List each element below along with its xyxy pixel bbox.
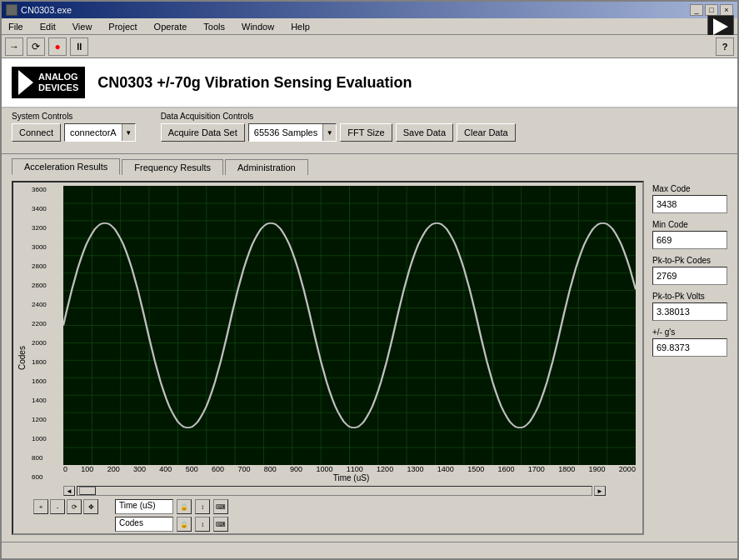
menu-edit[interactable]: Edit	[37, 21, 59, 32]
plusminus-gs-value: 69.8373	[652, 338, 727, 357]
app-icon	[6, 4, 17, 16]
connector-select[interactable]: connectorA ▼	[64, 123, 136, 142]
time-axis-format-button[interactable]: ⌨	[213, 499, 228, 514]
samples-value: 65536 Samples	[249, 127, 322, 138]
zoom-reset-button[interactable]: ⟳	[67, 499, 82, 514]
codes-axis-row: Codes 🔒 ↕ ⌨	[115, 517, 228, 532]
tab-frequency-results[interactable]: Frequency Results	[122, 159, 223, 175]
connector-value: connectorA	[65, 127, 122, 138]
scroll-left-button[interactable]: ◄	[63, 486, 75, 496]
chart-svg	[63, 186, 636, 465]
min-code-label: Min Code	[652, 220, 727, 229]
pk-pk-codes-label: Pk-to-Pk Codes	[652, 256, 727, 265]
y-tick-labels: 600 800 1000 1200 1400 1600 1800 2000 22…	[30, 182, 63, 484]
toolbar: → ⟳ ● ⏸ ?	[2, 35, 737, 58]
menu-operate[interactable]: Operate	[151, 21, 191, 32]
main-window: CN0303.exe _ □ × File Edit View Project …	[0, 0, 739, 560]
save-data-button[interactable]: Save Data	[396, 123, 453, 142]
horizontal-scrollbar[interactable]	[77, 486, 592, 496]
time-axis-scale-button[interactable]: ↕	[195, 499, 210, 514]
data-acquisition-label: Data Acquisition Controls	[161, 112, 516, 121]
main-content: Codes 600 800 1000 1200 1400 1600 1800	[2, 174, 737, 542]
chart-zoom-controls: + - ⟳ ✥	[33, 499, 98, 514]
app-title: CN0303 +/-70g Vibration Sensing Evaluati…	[97, 74, 412, 92]
samples-dropdown-arrow[interactable]: ▼	[322, 124, 336, 141]
x-axis-title: Time (uS)	[63, 473, 639, 484]
codes-axis-format-button[interactable]: ⌨	[213, 517, 228, 532]
menu-tools[interactable]: Tools	[200, 21, 228, 32]
codes-axis-scale-button[interactable]: ↕	[195, 517, 210, 532]
max-code-value: 3438	[652, 195, 727, 213]
y-axis-label: Codes	[13, 182, 30, 533]
chart-plot	[63, 186, 636, 465]
chart-container: Codes 600 800 1000 1200 1400 1600 1800	[13, 182, 642, 533]
connect-button[interactable]: Connect	[12, 123, 61, 142]
menu-file[interactable]: File	[5, 21, 27, 32]
window-title: CN0303.exe	[21, 5, 72, 15]
pk-pk-codes-value: 2769	[652, 267, 727, 285]
chart-area: Codes 600 800 1000 1200 1400 1600 1800	[12, 181, 644, 535]
logo-triangle-icon	[18, 70, 33, 95]
toolbar-refresh-button[interactable]: ⟳	[27, 38, 45, 56]
time-axis-lock-button[interactable]: 🔒	[177, 499, 192, 514]
scroll-right-button[interactable]: ►	[594, 486, 606, 496]
pk-pk-codes-group: Pk-to-Pk Codes 2769	[652, 256, 727, 285]
min-code-value: 669	[652, 231, 727, 249]
clear-data-button[interactable]: Clear Data	[457, 123, 516, 142]
menu-project[interactable]: Project	[105, 21, 140, 32]
controls-area: System Controls Connect connectorA ▼ Dat…	[2, 108, 737, 154]
time-axis-row: Time (uS) 🔒 ↕ ⌨	[115, 499, 228, 514]
menu-window[interactable]: Window	[238, 21, 277, 32]
toolbar-pause-button[interactable]: ⏸	[70, 38, 88, 56]
right-panel: Max Code 3438 Min Code 669 Pk-to-Pk Code…	[652, 181, 727, 535]
system-controls-label: System Controls	[12, 112, 136, 121]
pan-button[interactable]: ✥	[83, 499, 98, 514]
menu-help[interactable]: Help	[287, 21, 313, 32]
axis-label-controls: Time (uS) 🔒 ↕ ⌨ Codes 🔒 ↕ ⌨	[115, 499, 228, 532]
tab-acceleration-results[interactable]: Acceleration Results	[12, 158, 120, 175]
pk-pk-volts-label: Pk-to-Pk Volts	[652, 292, 727, 301]
tabs-area: Acceleration Results Frequency Results A…	[2, 154, 737, 174]
status-bar	[2, 542, 737, 558]
zoom-plus-button[interactable]: +	[33, 499, 48, 514]
codes-axis-lock-button[interactable]: 🔒	[177, 517, 192, 532]
connector-dropdown-arrow[interactable]: ▼	[122, 124, 135, 141]
system-controls-group: System Controls Connect connectorA ▼	[12, 112, 136, 142]
menu-view[interactable]: View	[69, 21, 96, 32]
run-arrow-icon	[713, 18, 728, 35]
min-code-group: Min Code 669	[652, 220, 727, 249]
header: ANALOG DEVICES CN0303 +/-70g Vibration S…	[2, 58, 737, 108]
codes-axis-label: Codes	[115, 517, 173, 532]
minimize-button[interactable]: _	[690, 4, 703, 16]
fft-size-button[interactable]: FFT Size	[340, 123, 392, 142]
tab-administration[interactable]: Administration	[225, 159, 308, 175]
toolbar-record-button[interactable]: ●	[48, 38, 67, 56]
plusminus-gs-group: +/- g's 69.8373	[652, 328, 727, 357]
samples-select[interactable]: 65536 Samples ▼	[248, 123, 337, 142]
title-bar: CN0303.exe _ □ ×	[2, 2, 737, 18]
zoom-minus-button[interactable]: -	[50, 499, 65, 514]
pk-pk-volts-group: Pk-to-Pk Volts 3.38013	[652, 292, 727, 321]
max-code-group: Max Code 3438	[652, 184, 727, 213]
time-axis-label: Time (uS)	[115, 499, 173, 514]
logo-text: ANALOG DEVICES	[38, 72, 78, 93]
help-button[interactable]: ?	[716, 38, 734, 56]
chart-inner: 600 800 1000 1200 1400 1600 1800 2000 22…	[30, 182, 642, 533]
max-code-label: Max Code	[652, 184, 727, 193]
scroll-thumb[interactable]	[79, 487, 96, 495]
menu-bar: File Edit View Project Operate Tools Win…	[2, 18, 737, 35]
acquire-dataset-button[interactable]: Acquire Data Set	[161, 123, 245, 142]
data-acquisition-group: Data Acquisition Controls Acquire Data S…	[161, 112, 516, 142]
pk-pk-volts-value: 3.38013	[652, 302, 727, 321]
toolbar-forward-button[interactable]: →	[5, 38, 23, 56]
plusminus-gs-label: +/- g's	[652, 328, 727, 337]
x-axis-labels: 0 100 200 300 400 500 600 700 800 900 10	[63, 465, 639, 473]
logo: ANALOG DEVICES	[12, 67, 85, 98]
